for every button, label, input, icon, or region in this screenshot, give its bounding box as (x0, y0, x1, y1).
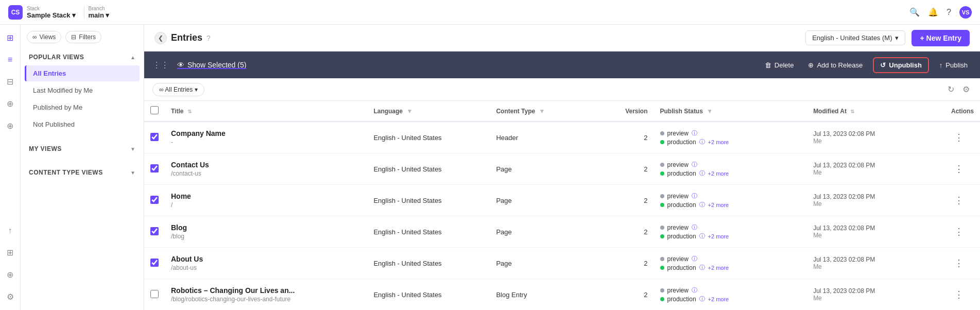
sidebar-item-published-by-me[interactable]: Published by Me (25, 99, 140, 115)
all-entries-filter-button[interactable]: ∞ All Entries ▾ (152, 83, 204, 96)
entry-title[interactable]: About Us (171, 255, 361, 263)
content-models-icon[interactable]: ⊕ (5, 97, 15, 111)
modified-by: Me (813, 137, 939, 145)
status-more[interactable]: +2 more (708, 139, 729, 145)
drag-handle-icon[interactable]: ⋮⋮ (152, 60, 169, 70)
th-content-type: Content Type ▼ (490, 101, 612, 122)
entry-title[interactable]: Robotics – Changing Our Lives an... (171, 286, 361, 295)
workflow-icon[interactable]: ⊞ (5, 246, 15, 260)
add-to-release-button[interactable]: ⊕ Add to Release (804, 59, 867, 71)
row-checkbox[interactable] (150, 259, 159, 267)
unpublish-icon: ↺ (880, 61, 886, 69)
status-env: production (667, 139, 696, 146)
bell-icon[interactable]: 🔔 (928, 7, 938, 17)
filters-button[interactable]: ⊟ Filters (65, 31, 101, 43)
publish-button[interactable]: ↑ Publish (935, 59, 972, 71)
row-actions-button[interactable]: ⋮ (951, 194, 967, 206)
status-dot (660, 171, 664, 176)
stack-name[interactable]: Sample Stack ▾ (27, 11, 76, 19)
entries-help-icon[interactable]: ? (207, 34, 211, 42)
status-more[interactable]: +2 more (708, 202, 729, 208)
status-info-icon[interactable]: ⓘ (692, 161, 697, 168)
row-checkbox[interactable] (150, 196, 159, 204)
status-info-icon[interactable]: ⓘ (699, 201, 705, 209)
new-entry-button[interactable]: + New Entry (912, 30, 970, 46)
entries-icon[interactable]: ≡ (6, 53, 14, 66)
popular-views-header[interactable]: Popular Views ▲ (21, 49, 144, 65)
entry-title[interactable]: Blog (171, 223, 361, 232)
users-icon[interactable]: ⊕ (5, 268, 15, 282)
settings-icon[interactable]: ⚙ (5, 290, 16, 304)
entry-version-cell: 2 (613, 279, 654, 311)
content-type-views-header[interactable]: Content Type Views ▼ (21, 165, 144, 180)
unpublish-button[interactable]: ↺ Unpublish (873, 57, 929, 73)
deploy-icon[interactable]: ↑ (6, 224, 14, 237)
row-checkbox[interactable] (150, 290, 159, 298)
entry-title[interactable]: Company Name (171, 129, 361, 137)
modified-sort-icon[interactable]: ⇅ (850, 109, 854, 114)
select-all-checkbox[interactable] (150, 106, 159, 114)
sidebar-item-all-entries[interactable]: All Entries (25, 65, 140, 81)
entry-title[interactable]: Home (171, 192, 361, 200)
status-more[interactable]: +2 more (708, 170, 729, 177)
row-checkbox[interactable] (150, 227, 159, 235)
status-info-icon[interactable]: ⓘ (692, 255, 697, 263)
status-info-icon[interactable]: ⓘ (699, 138, 705, 146)
entry-version-cell: 2 (613, 185, 654, 216)
status-env: production (667, 201, 696, 209)
row-actions-button[interactable]: ⋮ (951, 288, 967, 301)
back-button[interactable]: ❮ (154, 32, 167, 44)
status-info-icon[interactable]: ⓘ (692, 192, 697, 200)
my-views-title: My Views (29, 145, 62, 152)
search-icon[interactable]: 🔍 (909, 7, 920, 17)
views-button[interactable]: ∞ Views (27, 31, 61, 43)
branch-name[interactable]: main ▾ (89, 11, 109, 19)
main-layout: ⊞ ≡ ⊟ ⊕ ⊕ ↑ ⊞ ⊕ ⚙ ∞ Views ⊟ Filters Popu… (0, 25, 980, 310)
delete-button[interactable]: 🗑 Delete (761, 59, 798, 71)
entry-publish-status-cell: previewⓘproductionⓘ+2 more (654, 122, 807, 153)
dashboard-icon[interactable]: ⊞ (5, 31, 15, 45)
entry-version-cell: 2 (613, 248, 654, 279)
row-actions-button[interactable]: ⋮ (951, 226, 967, 238)
status-info-icon[interactable]: ⓘ (699, 169, 705, 177)
show-selected-button[interactable]: 👁 Show Selected (5) (177, 61, 246, 69)
my-views-header[interactable]: My Views ▼ (21, 141, 144, 157)
layers-icon[interactable]: ⊕ (5, 119, 15, 133)
row-actions-button[interactable]: ⋮ (951, 257, 967, 269)
publish-status-filter-icon[interactable]: ▼ (707, 108, 713, 115)
entry-title[interactable]: Contact Us (171, 161, 361, 169)
status-env: preview (667, 130, 689, 137)
status-info-icon[interactable]: ⓘ (692, 129, 697, 137)
entry-language-cell: English - United States (367, 216, 490, 248)
row-actions-button[interactable]: ⋮ (951, 163, 967, 175)
entries-header: ❮ Entries ? English - United States (M) … (144, 25, 980, 51)
row-actions-button[interactable]: ⋮ (951, 131, 967, 144)
status-more[interactable]: +2 more (708, 233, 729, 239)
title-sort-icon[interactable]: ⇅ (187, 109, 192, 114)
language-filter-icon[interactable]: ▼ (406, 108, 412, 115)
language-selector[interactable]: English - United States (M) ▾ (805, 30, 905, 45)
status-row: previewⓘ (660, 192, 801, 200)
back-icon: ❮ (158, 35, 163, 42)
settings-columns-icon[interactable]: ⚙ (960, 82, 972, 96)
status-info-icon[interactable]: ⓘ (699, 295, 705, 303)
assets-icon[interactable]: ⊟ (5, 75, 15, 89)
status-more[interactable]: +2 more (708, 296, 729, 302)
entry-modified-cell: Jul 13, 2023 02:08 PMMe (807, 216, 945, 248)
status-info-icon[interactable]: ⓘ (699, 232, 705, 240)
status-info-icon[interactable]: ⓘ (692, 223, 697, 231)
status-more[interactable]: +2 more (708, 265, 729, 271)
status-info-icon[interactable]: ⓘ (699, 264, 705, 271)
refresh-icon[interactable]: ↻ (945, 82, 956, 96)
entries-title-group: ❮ Entries ? (154, 32, 211, 44)
sidebar-item-last-modified[interactable]: Last Modified by Me (25, 82, 140, 98)
bulk-action-bar: ⋮⋮ 👁 Show Selected (5) 🗑 Delete ⊕ Add to… (144, 51, 980, 78)
sidebar-item-not-published[interactable]: Not Published (25, 116, 140, 132)
status-info-icon[interactable]: ⓘ (692, 286, 697, 294)
help-icon[interactable]: ? (947, 8, 951, 17)
user-avatar[interactable]: VS (959, 6, 972, 19)
content-type-filter-icon[interactable]: ▼ (539, 108, 545, 115)
row-checkbox[interactable] (150, 133, 159, 141)
row-checkbox[interactable] (150, 164, 159, 173)
status-row: productionⓘ+2 more (660, 138, 801, 146)
